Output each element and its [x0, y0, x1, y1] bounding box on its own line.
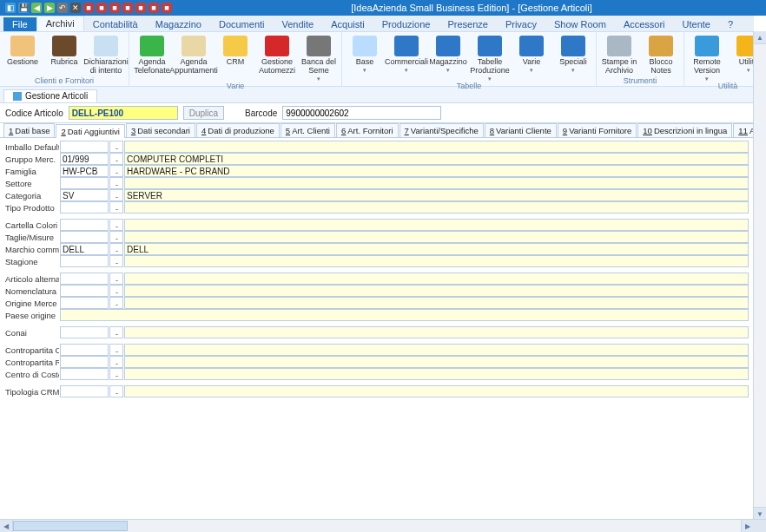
field-desc[interactable]: SERVER — [124, 189, 749, 201]
document-tab[interactable]: Gestione Articoli — [3, 89, 97, 102]
data-tab-9[interactable]: 9Varianti Fornitore — [558, 123, 637, 137]
ribbon-tab-accessori[interactable]: Accessori — [615, 17, 674, 31]
gest-automezzi-button[interactable]: Gestione Automezzi — [258, 34, 296, 82]
field-desc[interactable]: COMPUTER COMPLETI — [124, 153, 749, 165]
ribbon-tab-presenze[interactable]: Presenze — [439, 17, 496, 31]
scroll-thumb[interactable] — [13, 521, 128, 531]
lookup-button[interactable]: ... — [109, 285, 123, 297]
rubrica-button[interactable]: Rubrica — [45, 34, 83, 76]
field-desc[interactable]: HARDWARE - PC BRAND — [124, 165, 749, 177]
varie-button[interactable]: Varie▾ — [512, 34, 551, 82]
gestione-button[interactable]: Gestione — [3, 34, 42, 76]
data-tab-1[interactable]: 1Dati base — [3, 123, 55, 137]
field-desc[interactable] — [124, 285, 749, 297]
field-desc[interactable] — [60, 309, 749, 321]
field-code[interactable] — [60, 344, 109, 356]
field-code[interactable] — [60, 297, 109, 309]
field-code[interactable] — [60, 356, 109, 368]
qat-icon-7[interactable]: ■ — [162, 3, 172, 13]
data-tab-2[interactable]: 2Dati Aggiuntivi — [56, 124, 125, 138]
back-icon[interactable]: ◀ — [31, 3, 42, 13]
ribbon-tab-utente[interactable]: Utente — [674, 17, 719, 31]
scroll-up-icon[interactable]: ▲ — [754, 31, 766, 44]
vertical-scrollbar[interactable]: ▲ ▼ — [753, 31, 766, 532]
field-desc[interactable] — [124, 219, 749, 231]
ribbon-tab-privacy[interactable]: Privacy — [497, 17, 545, 31]
field-desc[interactable] — [124, 344, 749, 356]
field-code[interactable]: 01/999 — [60, 153, 109, 165]
scroll-down-icon[interactable]: ▼ — [754, 507, 766, 520]
data-tab-4[interactable]: 4Dati di produzione — [196, 123, 280, 137]
field-code[interactable]: SV — [60, 189, 109, 201]
lookup-button[interactable]: ... — [109, 141, 123, 153]
dichiarazioni-button[interactable]: Dichiarazioni di intento — [87, 34, 125, 76]
remote-version-button[interactable]: Remote Version▾ — [688, 34, 726, 82]
field-code[interactable]: DELL — [60, 243, 109, 255]
crm-button[interactable]: CRM — [216, 34, 254, 82]
field-desc[interactable] — [124, 273, 749, 285]
ribbon-tab-showroom[interactable]: Show Room — [545, 17, 615, 31]
ribbon-tab-contabilit[interactable]: Contabilità — [84, 17, 147, 31]
lookup-button[interactable]: ... — [109, 219, 123, 231]
lookup-button[interactable]: ... — [109, 356, 123, 368]
banca-seme-button[interactable]: Banca del Seme▾ — [300, 34, 338, 82]
field-desc[interactable] — [124, 255, 749, 267]
lookup-button[interactable]: ... — [109, 177, 123, 189]
lookup-button[interactable]: ... — [109, 201, 123, 213]
field-desc[interactable] — [124, 141, 749, 153]
base-button[interactable]: Base▾ — [346, 34, 384, 82]
qat-icon-3[interactable]: ■ — [109, 3, 120, 13]
field-desc[interactable] — [124, 385, 749, 397]
codice-input[interactable] — [69, 106, 178, 120]
forward-icon[interactable]: ▶ — [44, 3, 55, 13]
field-code[interactable] — [60, 201, 109, 213]
field-desc[interactable] — [124, 297, 749, 309]
field-desc[interactable] — [124, 356, 749, 368]
lookup-button[interactable]: ... — [109, 243, 123, 255]
blocco-notes-button[interactable]: Blocco Notes — [642, 34, 680, 76]
field-code[interactable] — [60, 385, 109, 397]
field-code[interactable] — [60, 219, 109, 231]
lookup-button[interactable]: ... — [109, 189, 123, 201]
barcode-input[interactable] — [282, 106, 441, 120]
duplica-button[interactable]: Duplica — [183, 106, 224, 120]
stampe-archivio-button[interactable]: Stampe in Archivio — [600, 34, 638, 76]
save-icon[interactable]: 💾 — [18, 3, 29, 13]
close-doc-icon[interactable]: ✕ — [70, 3, 81, 13]
ribbon-tab-magazzino[interactable]: Magazzino — [147, 17, 210, 31]
field-desc[interactable] — [124, 326, 749, 338]
data-tab-7[interactable]: 7Varianti/Specifiche — [400, 123, 484, 137]
speciali-button[interactable]: Speciali▾ — [554, 34, 592, 82]
field-code[interactable] — [60, 231, 109, 243]
agenda-app-button[interactable]: Agenda Appuntamenti — [175, 34, 213, 82]
magazzino-button[interactable]: Magazzino▾ — [429, 34, 467, 82]
qat-icon-2[interactable]: ■ — [96, 3, 107, 13]
lookup-button[interactable]: ... — [109, 297, 123, 309]
scroll-left-icon[interactable]: ◀ — [0, 520, 13, 532]
qat-icon-5[interactable]: ■ — [135, 3, 146, 13]
field-code[interactable] — [60, 273, 109, 285]
lookup-button[interactable]: ... — [109, 326, 123, 338]
utilita-button[interactable]: Utilità▾ — [730, 34, 754, 82]
lookup-button[interactable]: ... — [109, 231, 123, 243]
field-desc[interactable] — [124, 177, 749, 189]
agenda-tel-button[interactable]: Agenda Telefonate — [133, 34, 171, 82]
data-tab-3[interactable]: 3Dati secondari — [126, 123, 195, 137]
field-desc[interactable] — [124, 201, 749, 213]
lookup-button[interactable]: ... — [109, 385, 123, 397]
ribbon-tab-archivi[interactable]: Archivi — [36, 16, 84, 31]
lookup-button[interactable]: ... — [109, 344, 123, 356]
ribbon-tab-vendite[interactable]: Vendite — [274, 17, 323, 31]
field-code[interactable] — [60, 141, 109, 153]
data-tab-5[interactable]: 5Art. Clienti — [281, 123, 335, 137]
ribbon-tab-produzione[interactable]: Produzione — [373, 17, 439, 31]
lookup-button[interactable]: ... — [109, 273, 123, 285]
ribbon-tab-acquisti[interactable]: Acquisti — [322, 17, 373, 31]
qat-icon-1[interactable]: ■ — [83, 3, 94, 13]
scroll-right-icon[interactable]: ▶ — [741, 520, 754, 532]
data-tab-11[interactable]: 11Allegati/Note — [733, 123, 754, 137]
ribbon-tab-documenti[interactable]: Documenti — [210, 17, 274, 31]
ribbon-tab-file[interactable]: File — [3, 17, 36, 31]
tab-prod-button[interactable]: Tabelle Produzione▾ — [471, 34, 509, 82]
data-tab-10[interactable]: 10Descrizioni in lingua — [637, 123, 732, 137]
